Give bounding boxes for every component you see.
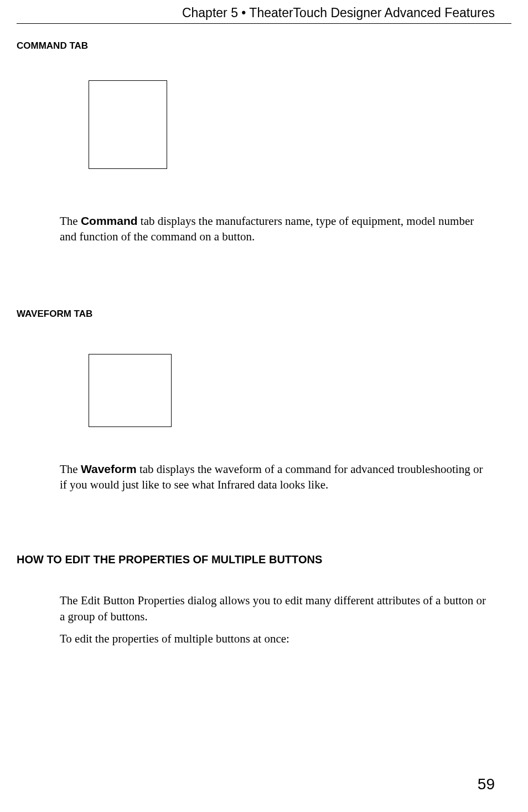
section-heading-multiple-buttons: HOW TO EDIT THE PROPERTIES OF MULTIPLE B… — [17, 553, 528, 566]
waveform-tab-image-placeholder — [89, 354, 172, 427]
page-number: 59 — [478, 775, 495, 793]
multiple-buttons-description-2: To edit the properties of multiple butto… — [60, 631, 489, 646]
text-bold-command: Command — [81, 214, 138, 227]
command-tab-image-placeholder — [89, 80, 167, 169]
text-prefix: The — [60, 462, 81, 476]
waveform-tab-description: The Waveform tab displays the waveform o… — [60, 461, 489, 493]
multiple-buttons-description-1: The Edit Button Properties dialog allows… — [60, 593, 489, 624]
header-rule — [17, 23, 511, 24]
section-heading-waveform-tab: WAVEFORM TAB — [17, 309, 528, 320]
text-prefix: The — [60, 214, 81, 228]
command-tab-description: The Command tab displays the manufacture… — [60, 213, 489, 245]
section-heading-command-tab: COMMAND TAB — [17, 40, 528, 52]
chapter-header: Chapter 5 • TheaterTouch Designer Advanc… — [0, 0, 528, 23]
text-bold-waveform: Waveform — [81, 462, 137, 475]
